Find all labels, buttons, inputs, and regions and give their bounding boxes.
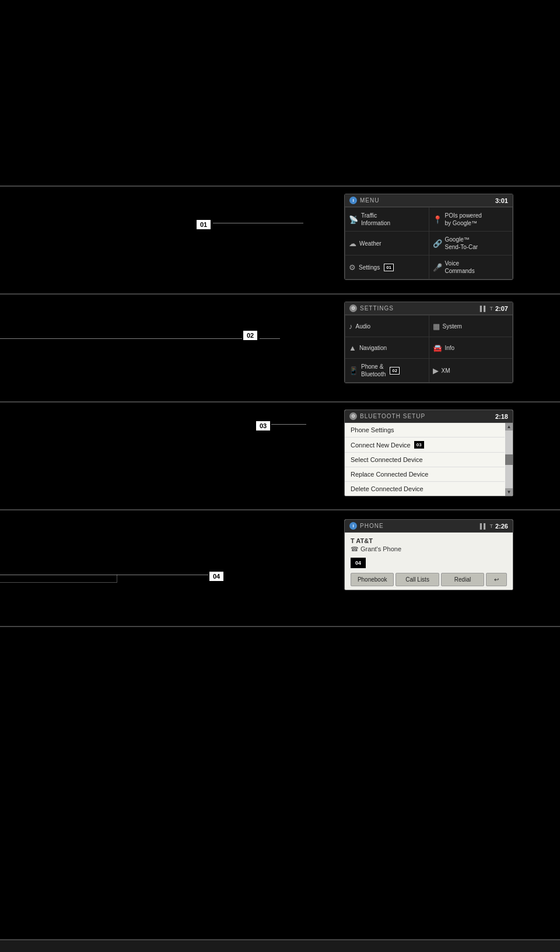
bt-item-replace-connected[interactable]: Replace Connected Device [345, 467, 505, 482]
screen-header-1: i MENU 3:01 [345, 194, 513, 207]
step-badge-4: 04 [208, 570, 225, 582]
bt-icon-2: T [489, 306, 493, 312]
scrollbar-up-arrow[interactable]: ▲ [505, 423, 513, 430]
back-arrow-icon: ↩ [494, 576, 499, 583]
phone-bt-label: Phone &Bluetooth [361, 363, 386, 378]
traffic-icon: 📡 [349, 215, 358, 224]
scrollbar-3[interactable]: ▲ ▼ [505, 423, 513, 496]
annotation-line-4a [0, 575, 209, 575]
scrollbar-down-arrow[interactable]: ▼ [505, 488, 513, 496]
header-right-4: ▌▌ T 2:26 [480, 523, 508, 530]
menu-item-settings[interactable]: ⚙ Settings 01 [345, 256, 429, 279]
phone-bt-icon: 📱 [349, 366, 358, 375]
demo-section-1: 01 i MENU 3:01 📡 TrafficInformation 📍 P [0, 187, 560, 295]
xm-icon: ▶ [433, 366, 439, 375]
phone-circle-icon: i [349, 522, 357, 530]
bottom-black-area [0, 627, 560, 936]
weather-icon: ☁ [349, 239, 356, 248]
bt-circle-icon: ⚙ [349, 412, 357, 420]
top-black-area [0, 0, 560, 187]
screen-time-2: 2:07 [495, 305, 508, 312]
annotation-line-1 [213, 223, 303, 223]
settings-label: Settings [359, 264, 380, 271]
annotation-line-4b [0, 582, 117, 583]
info-icon-2: 🚘 [433, 344, 442, 352]
weather-label: Weather [359, 240, 382, 247]
settings-xm[interactable]: ▶ XM [429, 359, 513, 382]
annotation-line-4v [117, 575, 117, 583]
menu-item-traffic[interactable]: 📡 TrafficInformation [345, 208, 429, 231]
pois-icon: 📍 [433, 215, 442, 224]
phone-actions: Phonebook Call Lists Redial ↩ [351, 573, 507, 586]
phone-screen-badge: 04 [351, 558, 366, 568]
bt-item-select-connected[interactable]: Select Connected Device [345, 453, 505, 467]
voice-label: VoiceCommands [445, 260, 475, 275]
settings-grid: ♪ Audio ▦ System ▲ Navigation 🚘 Info 📱 P… [345, 315, 513, 383]
screen-time-4: 2:26 [495, 523, 508, 530]
screen-panel-1: i MENU 3:01 📡 TrafficInformation 📍 POIs … [344, 194, 513, 280]
google-label: Google™Send-To-Car [445, 236, 478, 251]
screen-header-3: ⚙ BLUETOOTH SETUP 2:18 [345, 410, 513, 423]
bt-item-phone-settings[interactable]: Phone Settings [345, 423, 505, 438]
voice-icon: 🎤 [433, 263, 442, 272]
signal-icon-2: ▌▌ [480, 306, 488, 312]
screen-panel-4: i PHONE ▌▌ T 2:26 T AT&T ☎ Grant's Phone… [344, 519, 513, 590]
settings-navigation[interactable]: ▲ Navigation [345, 337, 429, 358]
screen-title-1: MENU [360, 197, 379, 204]
screen-header-2: ⚙ SETTINGS ▌▌ T 2:07 [345, 302, 513, 315]
settings-audio[interactable]: ♪ Audio [345, 316, 429, 337]
settings-icon: ⚙ [349, 263, 356, 272]
menu-item-voice[interactable]: 🎤 VoiceCommands [429, 256, 513, 279]
settings-circle-icon: ⚙ [349, 304, 357, 312]
settings-badge: 01 [384, 264, 394, 271]
back-btn[interactable]: ↩ [486, 573, 507, 586]
system-label: System [443, 323, 462, 330]
phonebook-btn[interactable]: Phonebook [351, 573, 394, 586]
screen-title-2: SETTINGS [360, 305, 394, 312]
nav-label: Navigation [359, 345, 387, 351]
bt-icon-4: T [489, 523, 493, 529]
demo-section-3: 03 ⚙ BLUETOOTH SETUP 2:18 Phone Settings… [0, 402, 560, 510]
step-badge-1: 01 [195, 219, 212, 230]
annotation-line-3 [271, 424, 306, 425]
header-left-4: i PHONE [349, 522, 384, 530]
phone-badge-row: 04 [351, 558, 507, 568]
bt-list: Phone Settings Connect New Device 03 Sel… [345, 423, 513, 496]
phone-bt-badge: 02 [390, 367, 400, 374]
screen-time-3: 2:18 [495, 413, 508, 420]
header-left-1: i MENU [349, 197, 379, 204]
settings-system[interactable]: ▦ System [429, 316, 513, 337]
annotation-line-2b [260, 338, 280, 339]
annotation-line-2 [0, 338, 244, 339]
header-left-3: ⚙ BLUETOOTH SETUP [349, 412, 425, 420]
screen-time-1: 3:01 [495, 197, 508, 204]
connect-new-badge: 03 [414, 441, 424, 449]
header-left-2: ⚙ SETTINGS [349, 304, 394, 312]
call-lists-btn[interactable]: Call Lists [396, 573, 439, 586]
google-icon: 🔗 [433, 239, 442, 248]
menu-grid-1: 📡 TrafficInformation 📍 POIs poweredby Go… [345, 207, 513, 279]
redial-btn[interactable]: Redial [441, 573, 484, 586]
settings-phone-bt[interactable]: 📱 Phone &Bluetooth 02 [345, 359, 429, 382]
phone-content: T AT&T ☎ Grant's Phone 04 Phonebook Call… [345, 533, 513, 590]
bt-item-connect-new[interactable]: Connect New Device 03 [345, 438, 505, 453]
step-badge-3: 03 [255, 420, 271, 432]
traffic-label: TrafficInformation [361, 212, 390, 227]
audio-label: Audio [356, 323, 371, 330]
menu-item-google[interactable]: 🔗 Google™Send-To-Car [429, 232, 513, 255]
header-right-2: ▌▌ T 2:07 [480, 305, 508, 312]
menu-item-pois[interactable]: 📍 POIs poweredby Google™ [429, 208, 513, 231]
bottom-status-bar [0, 939, 560, 952]
system-icon: ▦ [433, 322, 440, 331]
signal-icon-4: ▌▌ [480, 523, 488, 529]
bt-item-delete-connected[interactable]: Delete Connected Device [345, 482, 505, 496]
xm-label: XM [442, 368, 450, 374]
settings-info[interactable]: 🚘 Info [429, 337, 513, 358]
carrier-info: T AT&T [351, 537, 507, 544]
nav-icon: ▲ [349, 344, 356, 352]
menu-item-weather[interactable]: ☁ Weather [345, 232, 429, 255]
step-badge-2: 02 [242, 330, 258, 341]
screen-header-4: i PHONE ▌▌ T 2:26 [345, 520, 513, 533]
device-name: ☎ Grant's Phone [351, 545, 507, 553]
screen-panel-2: ⚙ SETTINGS ▌▌ T 2:07 ♪ Audio ▦ System ▲ [344, 302, 513, 383]
